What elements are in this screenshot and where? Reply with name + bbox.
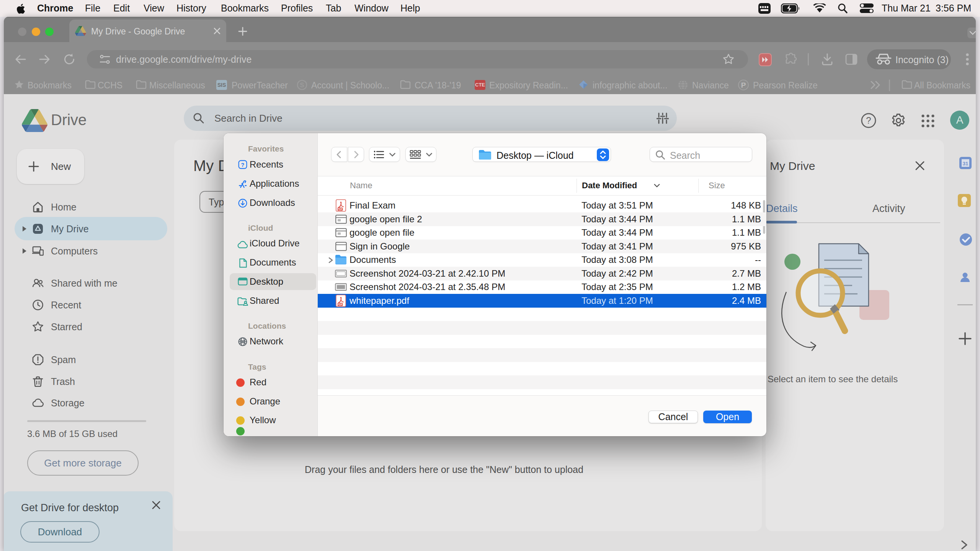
svg-text:31: 31: [963, 161, 968, 166]
svg-text:PDF: PDF: [338, 208, 343, 210]
svg-text:PDF: PDF: [338, 303, 343, 305]
svg-text:S: S: [300, 82, 304, 89]
svg-text:?: ?: [866, 115, 871, 126]
svg-text:P: P: [741, 81, 746, 89]
svg-text:?: ?: [241, 162, 245, 168]
